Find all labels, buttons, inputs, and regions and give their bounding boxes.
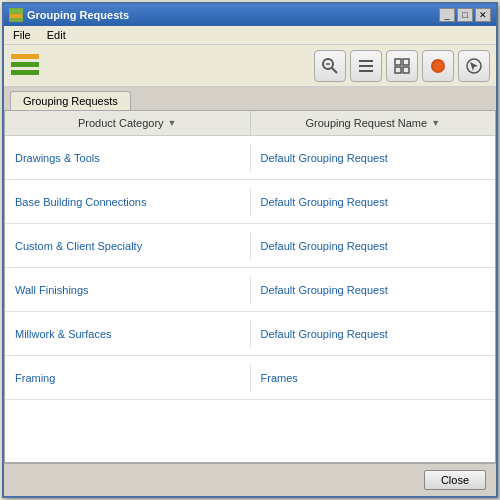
footer: Close (4, 463, 496, 496)
menu-file[interactable]: File (10, 28, 34, 42)
main-window: Grouping Requests _ □ ✕ File Edit (2, 2, 498, 498)
cell-request: Default Grouping Request (251, 144, 496, 172)
svg-rect-9 (359, 65, 373, 67)
orange-toolbar-button[interactable] (422, 50, 454, 82)
cell-category: Framing (5, 364, 251, 392)
table-row[interactable]: Millwork & SurfacesDefault Grouping Requ… (5, 312, 495, 356)
content-area: Product Category ▼ Grouping Request Name… (4, 110, 496, 463)
tabs-bar: Grouping Requests (4, 87, 496, 110)
toolbar (4, 45, 496, 87)
sort-icon-category: ▼ (168, 118, 177, 128)
title-bar-left: Grouping Requests (9, 8, 129, 22)
restore-button[interactable]: □ (457, 8, 473, 22)
svg-rect-11 (395, 59, 401, 65)
table-body: Drawings & ToolsDefault Grouping Request… (5, 136, 495, 462)
svg-rect-14 (403, 67, 409, 73)
main-list-icon (10, 51, 40, 81)
svg-rect-8 (359, 60, 373, 62)
cell-category: Base Building Connections (5, 188, 251, 216)
list-toolbar-button[interactable] (350, 50, 382, 82)
svg-rect-4 (11, 70, 39, 75)
svg-rect-13 (395, 67, 401, 73)
cursor-toolbar-button[interactable] (458, 50, 490, 82)
table-row[interactable]: Base Building ConnectionsDefault Groupin… (5, 180, 495, 224)
expand-toolbar-button[interactable] (386, 50, 418, 82)
close-footer-button[interactable]: Close (424, 470, 486, 490)
sort-icon-request: ▼ (431, 118, 440, 128)
title-bar: Grouping Requests _ □ ✕ (4, 4, 496, 26)
svg-rect-2 (11, 54, 39, 59)
cell-request: Default Grouping Request (251, 276, 496, 304)
cell-request: Default Grouping Request (251, 232, 496, 260)
toolbar-buttons (314, 50, 490, 82)
cell-request: Frames (251, 364, 496, 392)
close-button[interactable]: ✕ (475, 8, 491, 22)
cell-request: Default Grouping Request (251, 320, 496, 348)
cell-category: Custom & Client Specialty (5, 232, 251, 260)
tab-grouping-requests[interactable]: Grouping Requests (10, 91, 131, 110)
svg-rect-10 (359, 70, 373, 72)
table-header: Product Category ▼ Grouping Request Name… (5, 111, 495, 136)
cell-category: Millwork & Surfaces (5, 320, 251, 348)
cell-request: Default Grouping Request (251, 188, 496, 216)
column-header-request: Grouping Request Name ▼ (251, 111, 496, 135)
svg-rect-0 (10, 9, 22, 13)
search-toolbar-button[interactable] (314, 50, 346, 82)
table-row[interactable]: Wall FinishingsDefault Grouping Request (5, 268, 495, 312)
cell-category: Wall Finishings (5, 276, 251, 304)
table-row[interactable]: Drawings & ToolsDefault Grouping Request (5, 136, 495, 180)
menu-edit[interactable]: Edit (44, 28, 69, 42)
window-title: Grouping Requests (27, 9, 129, 21)
svg-rect-12 (403, 59, 409, 65)
title-controls: _ □ ✕ (439, 8, 491, 22)
svg-point-16 (433, 61, 443, 71)
svg-rect-1 (10, 14, 22, 18)
minimize-button[interactable]: _ (439, 8, 455, 22)
svg-line-6 (332, 68, 337, 73)
menu-bar: File Edit (4, 26, 496, 45)
table-row[interactable]: Custom & Client SpecialtyDefault Groupin… (5, 224, 495, 268)
column-header-category: Product Category ▼ (5, 111, 251, 135)
cell-category: Drawings & Tools (5, 144, 251, 172)
window-icon (9, 8, 23, 22)
table-row[interactable]: FramingFrames (5, 356, 495, 400)
svg-rect-3 (11, 62, 39, 67)
